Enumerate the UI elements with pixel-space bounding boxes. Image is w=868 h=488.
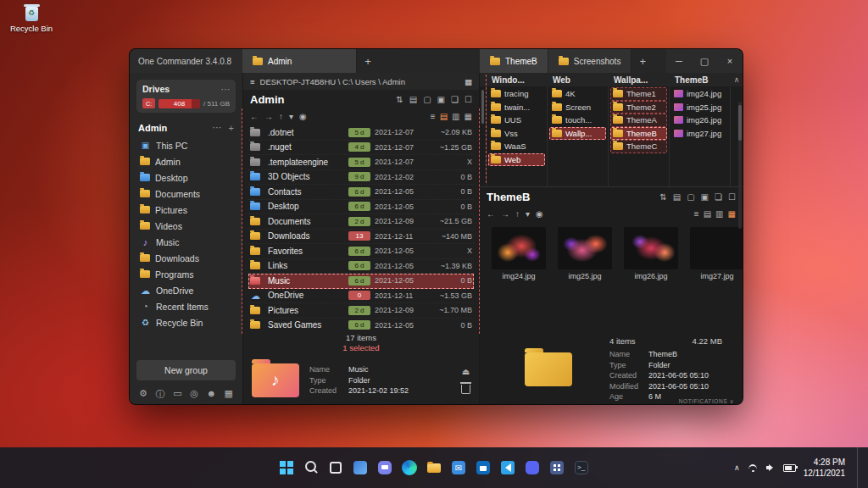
console-icon[interactable]: ▭ — [173, 388, 181, 401]
taskbar-button[interactable] — [521, 451, 543, 485]
thumbnail-item[interactable]: img27.jpg — [690, 227, 743, 280]
column-header[interactable]: Wallpa... — [609, 75, 670, 85]
maximize-button[interactable]: ▢ — [692, 49, 717, 73]
breadcrumb[interactable]: DESKTOP-JT4B8HU \ C:\ Users \ Admin — [260, 77, 459, 86]
file-row[interactable]: .nuget 4 d 2021-12-07 ~1.25 GB — [248, 141, 474, 156]
view-thumbs-icon[interactable]: ▦ — [728, 209, 736, 219]
folder-item[interactable]: Theme2 — [610, 101, 667, 114]
copy-icon[interactable]: ❏ — [451, 95, 459, 104]
up-icon[interactable]: ↑ — [515, 209, 520, 219]
up-icon[interactable]: ↑ — [279, 112, 283, 121]
folder-item[interactable]: Wallp... — [549, 127, 606, 141]
layout-grid-icon[interactable]: ▦ — [465, 77, 472, 86]
taskbar-button[interactable] — [275, 451, 298, 485]
folder-item[interactable]: WaaS — [488, 140, 545, 153]
file-row[interactable]: Documents 2 d 2021-12-09 ~21.5 GB — [248, 214, 474, 230]
eye-icon[interactable]: ◉ — [299, 112, 307, 121]
recycle-bin-desktop-shortcut[interactable]: Recycle Bin — [8, 7, 54, 33]
hidden-icons-chevron-icon[interactable]: ∧ — [734, 463, 740, 472]
info-icon[interactable]: ⓘ — [156, 388, 165, 401]
image-file-item[interactable]: img27.jpg — [671, 127, 728, 141]
image-file-item[interactable]: img25.jpg — [671, 101, 728, 114]
battery-icon[interactable] — [783, 464, 796, 472]
menu-icon[interactable]: ≡ — [250, 77, 255, 86]
sidebar-item[interactable]: Music — [136, 234, 236, 250]
scrollbar[interactable] — [738, 102, 742, 229]
search-icon[interactable]: ◎ — [190, 388, 198, 401]
taskbar-button[interactable] — [472, 451, 494, 485]
new-tab-button[interactable]: + — [632, 49, 654, 73]
collapse-chevron-icon[interactable]: ∧ — [731, 75, 743, 84]
sidebar-item[interactable]: Recycle Bin — [136, 314, 236, 330]
folder-item[interactable]: Vss — [488, 127, 545, 141]
file-row[interactable]: Pictures 2 d 2021-12-09 ~1.70 MB — [248, 303, 474, 319]
tab-themeb[interactable]: ThemeB — [480, 49, 548, 73]
volume-icon[interactable] — [766, 463, 776, 472]
sidebar-item[interactable]: Documents — [136, 186, 236, 202]
new-folder-icon[interactable]: ▣ — [437, 95, 445, 104]
list-style-icon[interactable]: ▤ — [673, 192, 681, 202]
file-row[interactable]: Favorites 6 d 2021-12-05 X — [248, 244, 474, 259]
layout-icon[interactable]: ▦ — [225, 388, 233, 401]
folder-item[interactable]: ThemeB — [610, 127, 667, 141]
thumbnail-item[interactable]: img25.jpg — [558, 227, 612, 280]
folder-item[interactable]: twain... — [488, 101, 545, 114]
clock[interactable]: 4:28 PM 12/11/2021 — [804, 457, 845, 480]
sidebar-item[interactable]: OneDrive — [136, 282, 236, 298]
image-file-item[interactable]: img26.jpg — [671, 114, 728, 127]
new-folder-icon[interactable]: ▣ — [701, 192, 709, 202]
taskbar-button[interactable] — [546, 451, 568, 485]
view-list-icon[interactable]: ≡ — [694, 209, 699, 219]
folder-menu-icon[interactable]: ▾ — [526, 209, 530, 219]
view-columns-icon[interactable]: ▥ — [452, 112, 459, 121]
eye-icon[interactable]: ◉ — [536, 209, 543, 219]
folder-item[interactable]: ThemeC — [610, 140, 667, 153]
eject-icon[interactable]: ⏏ — [462, 367, 470, 376]
miller-scrollbar[interactable] — [480, 86, 487, 186]
image-file-item[interactable]: img24.jpg — [671, 87, 728, 101]
folder-item[interactable]: Theme1 — [610, 87, 667, 101]
trash-icon[interactable] — [461, 385, 470, 394]
taskbar-button[interactable] — [300, 451, 322, 485]
file-row[interactable]: OneDrive 0 2021-12-11 ~1.53 GB — [248, 289, 474, 304]
settings-gear-icon[interactable]: ⚙ — [139, 388, 147, 401]
file-row[interactable]: Saved Games 6 d 2021-12-05 0 B — [248, 319, 474, 332]
show-desktop-button[interactable] — [857, 447, 861, 488]
folder-item[interactable]: UUS — [488, 114, 545, 127]
file-row[interactable]: Music 6 d 2021-12-05 0 B — [248, 274, 474, 289]
thumbnail-item[interactable]: img24.jpg — [492, 227, 546, 280]
new-tab-button[interactable]: + — [357, 49, 379, 73]
taskbar-button[interactable] — [349, 451, 371, 485]
list-style-icon[interactable]: ▤ — [409, 95, 417, 104]
folder-item[interactable]: tracing — [488, 87, 545, 101]
view-details-icon[interactable]: ▤ — [704, 209, 711, 219]
file-row[interactable]: Desktop 6 d 2021-12-05 0 B — [248, 200, 474, 215]
sidebar-item[interactable]: Downloads — [136, 250, 236, 266]
minimize-button[interactable]: ─ — [666, 49, 692, 73]
sort-icon[interactable]: ⇅ — [396, 95, 403, 104]
view-list-icon[interactable]: ≡ — [431, 112, 436, 121]
folder-item[interactable]: 4K — [549, 87, 606, 101]
folder-menu-icon[interactable]: ▾ — [289, 112, 293, 121]
copy-icon[interactable]: ❏ — [715, 192, 722, 202]
tab-admin[interactable]: Admin — [242, 49, 357, 73]
people-icon[interactable]: ☻ — [206, 388, 216, 401]
folder-item[interactable]: ThemeA — [610, 114, 667, 127]
drives-menu-icon[interactable]: ⋯ — [221, 84, 231, 94]
new-file-icon[interactable]: ▢ — [687, 192, 694, 202]
taskbar-button[interactable] — [423, 451, 445, 485]
column-header[interactable]: ThemeB — [670, 75, 731, 85]
sidebar-item[interactable]: This PC — [136, 137, 236, 153]
drive-c[interactable]: C: 408 / 511 GB — [142, 98, 230, 108]
folder-item[interactable]: Web — [488, 153, 545, 167]
sidebar-item[interactable]: Desktop — [136, 169, 236, 186]
select-icon[interactable]: ☐ — [465, 95, 472, 104]
new-group-button[interactable]: New group — [136, 360, 236, 380]
group-menu-icon[interactable]: ⋯ — [213, 122, 222, 133]
wifi-icon[interactable] — [748, 463, 759, 472]
forward-icon[interactable]: → — [501, 209, 509, 219]
forward-icon[interactable]: → — [264, 112, 273, 121]
view-columns-icon[interactable]: ▥ — [715, 209, 723, 219]
sidebar-item[interactable]: Admin — [136, 153, 236, 169]
sidebar-item[interactable]: Recent Items — [136, 298, 236, 314]
